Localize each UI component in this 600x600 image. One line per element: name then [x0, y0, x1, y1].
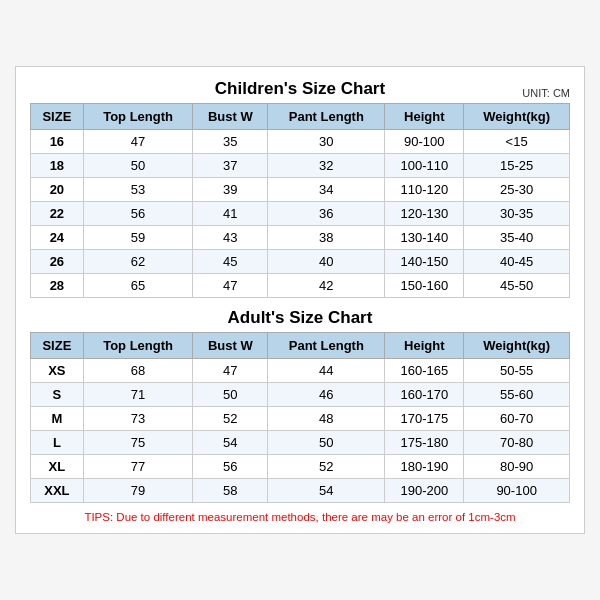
table-cell: 79: [83, 479, 193, 503]
table-cell: 30-35: [464, 202, 570, 226]
table-cell: 60-70: [464, 407, 570, 431]
table-cell: 160-170: [385, 383, 464, 407]
table-cell: 36: [268, 202, 385, 226]
table-cell: 53: [83, 178, 193, 202]
table-cell: 130-140: [385, 226, 464, 250]
table-row: XXL795854190-20090-100: [31, 479, 570, 503]
table-cell: 75: [83, 431, 193, 455]
adult-section: Adult's Size Chart SIZE Top Length Bust …: [30, 308, 570, 503]
table-cell: 56: [83, 202, 193, 226]
children-col-bust-w: Bust W: [193, 104, 268, 130]
table-cell: 50-55: [464, 359, 570, 383]
table-cell: 15-25: [464, 154, 570, 178]
adult-col-size: SIZE: [31, 333, 84, 359]
table-cell: 34: [268, 178, 385, 202]
table-cell: 40-45: [464, 250, 570, 274]
table-cell: 50: [83, 154, 193, 178]
table-cell: 38: [268, 226, 385, 250]
table-cell: 68: [83, 359, 193, 383]
table-cell: 52: [193, 407, 268, 431]
children-tbody: 1647353090-100<1518503732100-11015-25205…: [31, 130, 570, 298]
table-cell: 41: [193, 202, 268, 226]
table-cell: XS: [31, 359, 84, 383]
table-cell: 44: [268, 359, 385, 383]
table-cell: 20: [31, 178, 84, 202]
table-cell: 140-150: [385, 250, 464, 274]
table-cell: 160-165: [385, 359, 464, 383]
adult-col-bust-w: Bust W: [193, 333, 268, 359]
table-cell: S: [31, 383, 84, 407]
table-cell: 58: [193, 479, 268, 503]
table-cell: 26: [31, 250, 84, 274]
table-cell: 37: [193, 154, 268, 178]
table-cell: 22: [31, 202, 84, 226]
table-row: 22564136120-13030-35: [31, 202, 570, 226]
table-cell: 46: [268, 383, 385, 407]
table-cell: 120-130: [385, 202, 464, 226]
table-cell: 18: [31, 154, 84, 178]
table-cell: 48: [268, 407, 385, 431]
children-col-weight: Weight(kg): [464, 104, 570, 130]
table-cell: 40: [268, 250, 385, 274]
table-cell: 77: [83, 455, 193, 479]
adult-col-pant-length: Pant Length: [268, 333, 385, 359]
table-cell: <15: [464, 130, 570, 154]
tips-text: TIPS: Due to different measurement metho…: [30, 511, 570, 523]
table-row: 18503732100-11015-25: [31, 154, 570, 178]
table-row: 24594338130-14035-40: [31, 226, 570, 250]
table-cell: XXL: [31, 479, 84, 503]
table-cell: 110-120: [385, 178, 464, 202]
table-cell: 47: [83, 130, 193, 154]
table-cell: 71: [83, 383, 193, 407]
table-cell: 70-80: [464, 431, 570, 455]
table-cell: 47: [193, 274, 268, 298]
children-table: SIZE Top Length Bust W Pant Length Heigh…: [30, 103, 570, 298]
table-row: L755450175-18070-80: [31, 431, 570, 455]
table-cell: 170-175: [385, 407, 464, 431]
adult-title-row: Adult's Size Chart: [30, 308, 570, 328]
table-cell: 24: [31, 226, 84, 250]
table-cell: 56: [193, 455, 268, 479]
table-cell: 54: [193, 431, 268, 455]
children-title: Children's Size Chart: [215, 79, 385, 99]
table-cell: 45: [193, 250, 268, 274]
table-cell: 25-30: [464, 178, 570, 202]
table-cell: 65: [83, 274, 193, 298]
children-title-row: Children's Size Chart UNIT: CM: [30, 79, 570, 99]
table-cell: 47: [193, 359, 268, 383]
adult-col-top-length: Top Length: [83, 333, 193, 359]
table-cell: 16: [31, 130, 84, 154]
table-cell: 30: [268, 130, 385, 154]
table-cell: 28: [31, 274, 84, 298]
table-cell: 80-90: [464, 455, 570, 479]
table-row: 28654742150-16045-50: [31, 274, 570, 298]
table-cell: M: [31, 407, 84, 431]
adult-table: SIZE Top Length Bust W Pant Length Heigh…: [30, 332, 570, 503]
table-row: 20533934110-12025-30: [31, 178, 570, 202]
table-cell: 39: [193, 178, 268, 202]
table-cell: 55-60: [464, 383, 570, 407]
table-cell: 175-180: [385, 431, 464, 455]
table-cell: 150-160: [385, 274, 464, 298]
table-cell: L: [31, 431, 84, 455]
table-cell: 100-110: [385, 154, 464, 178]
table-cell: 62: [83, 250, 193, 274]
adult-col-weight: Weight(kg): [464, 333, 570, 359]
children-col-pant-length: Pant Length: [268, 104, 385, 130]
table-cell: 90-100: [464, 479, 570, 503]
table-cell: 180-190: [385, 455, 464, 479]
table-cell: 35: [193, 130, 268, 154]
table-cell: 35-40: [464, 226, 570, 250]
table-row: S715046160-17055-60: [31, 383, 570, 407]
adult-tbody: XS684744160-16550-55S715046160-17055-60M…: [31, 359, 570, 503]
table-cell: 50: [193, 383, 268, 407]
adult-col-height: Height: [385, 333, 464, 359]
table-row: M735248170-17560-70: [31, 407, 570, 431]
table-cell: 73: [83, 407, 193, 431]
adult-header-row: SIZE Top Length Bust W Pant Length Heigh…: [31, 333, 570, 359]
children-col-size: SIZE: [31, 104, 84, 130]
children-col-top-length: Top Length: [83, 104, 193, 130]
children-header-row: SIZE Top Length Bust W Pant Length Heigh…: [31, 104, 570, 130]
table-cell: XL: [31, 455, 84, 479]
table-row: XS684744160-16550-55: [31, 359, 570, 383]
